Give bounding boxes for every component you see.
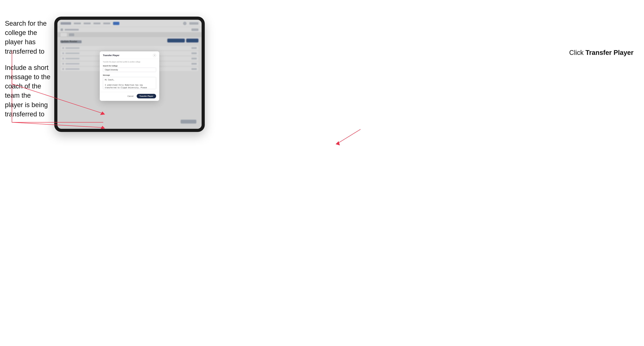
modal-overlay: Transfer Player × Transfer the player an… xyxy=(58,20,202,129)
college-search-input[interactable] xyxy=(103,68,156,72)
annotation-right-bold: Transfer Player xyxy=(586,49,634,56)
cancel-button[interactable]: Cancel xyxy=(126,94,135,98)
transfer-player-button[interactable]: Transfer Player xyxy=(137,94,156,98)
college-label: Search for College xyxy=(103,65,156,67)
modal-footer: Cancel Transfer Player xyxy=(100,92,159,101)
transfer-player-modal: Transfer Player × Transfer the player an… xyxy=(100,51,159,101)
svg-line-9 xyxy=(338,129,360,143)
annotation-left: Search for the college the player has tr… xyxy=(5,19,50,126)
annotation-left-line2: Include a short message to the coach of … xyxy=(5,63,50,119)
modal-header: Transfer Player × xyxy=(100,51,159,59)
modal-title: Transfer Player xyxy=(103,54,119,57)
annotation-right: Click Transfer Player xyxy=(569,49,634,56)
tablet-screen: Update Roster Transfer Player × Transfer… xyxy=(58,20,202,129)
annotation-right-prefix: Click xyxy=(569,49,586,56)
annotation-left-line1: Search for the college the player has tr… xyxy=(5,19,50,56)
tablet-frame: Update Roster Transfer Player × Transfer… xyxy=(54,16,205,132)
message-label: Message xyxy=(103,74,156,76)
message-textarea[interactable]: Hi Coach, I understand Chris Robertson h… xyxy=(103,77,156,89)
modal-subtitle: Transfer the player and their profile to… xyxy=(103,61,156,63)
modal-close-button[interactable]: × xyxy=(153,54,156,57)
modal-body: Transfer the player and their profile to… xyxy=(100,59,159,92)
svg-marker-10 xyxy=(336,141,340,145)
